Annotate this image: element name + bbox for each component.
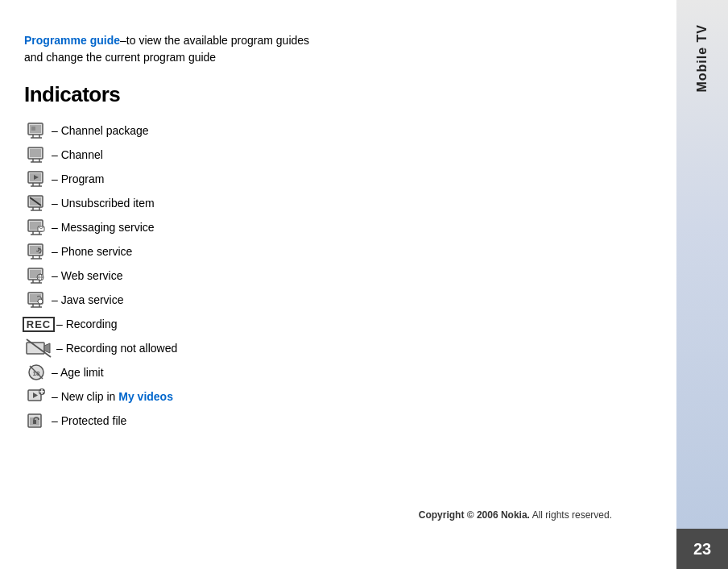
indicator-program: – Program — [24, 168, 652, 189]
right-sidebar: Mobile TV — [676, 0, 728, 569]
rec-icon: REC — [24, 314, 53, 334]
web-text: – Web service — [52, 267, 122, 284]
new-clip-icon — [24, 386, 48, 407]
protected-file-icon — [24, 410, 48, 431]
rec-label: REC — [23, 317, 55, 332]
program-icon — [24, 168, 48, 189]
phone-service-icon — [24, 241, 48, 262]
age-limit-icon: 18 — [24, 362, 48, 383]
messaging-service-icon — [24, 217, 48, 238]
channel-text: – Channel — [52, 146, 103, 164]
programme-guide-link[interactable]: Programme guide — [24, 34, 120, 47]
programme-guide-text: –to view the available program guides — [120, 34, 309, 47]
channel-package-icon — [24, 120, 48, 141]
indicator-protected-file: – Protected file — [24, 410, 652, 431]
indicator-messaging: – Messaging service — [24, 217, 652, 238]
copyright: Copyright © 2006 Nokia. All rights reser… — [419, 509, 612, 521]
phone-text: – Phone service — [52, 243, 132, 260]
indicator-channel: – Channel — [24, 144, 652, 165]
indicator-web: – Web service — [24, 265, 652, 286]
web-service-icon — [24, 265, 48, 286]
rec-not-allowed-icon — [24, 338, 53, 359]
indicator-unsubscribed: – Unsubscribed item — [24, 193, 652, 214]
indicator-phone: – Phone service — [24, 241, 652, 262]
new-clip-text: – New clip in My videos — [52, 388, 173, 405]
protected-file-text: – Protected file — [52, 412, 126, 430]
svg-text:18: 18 — [33, 370, 40, 377]
indicator-new-clip: – New clip in My videos — [24, 386, 652, 407]
age-limit-text: – Age limit — [52, 363, 104, 381]
indicator-java: – Java service — [24, 289, 652, 310]
page-number-box: 23 — [676, 529, 728, 569]
my-videos-link[interactable]: My videos — [118, 390, 173, 403]
indicator-list: – Channel package – Channel — [24, 120, 652, 431]
indicator-age-limit: 18 – Age limit — [24, 362, 652, 383]
svg-rect-5 — [31, 127, 35, 131]
indicator-recording: REC – Recording — [24, 314, 652, 334]
java-service-icon — [24, 289, 48, 310]
program-text: – Program — [52, 170, 104, 188]
svg-rect-7 — [30, 149, 41, 157]
recording-not-allowed-text: – Recording not allowed — [56, 339, 177, 357]
copyright-text: Copyright © 2006 Nokia. — [419, 509, 530, 521]
channel-icon — [24, 144, 48, 165]
channel-package-text: – Channel package — [52, 122, 149, 139]
sidebar-label: Mobile TV — [695, 24, 709, 93]
page-number: 23 — [693, 540, 711, 559]
unsubscribed-text: – Unsubscribed item — [52, 194, 155, 212]
unsubscribed-icon — [24, 193, 48, 214]
main-content: Programme guide–to view the available pr… — [0, 0, 676, 569]
svg-point-49 — [38, 299, 43, 304]
java-text: – Java service — [52, 291, 123, 309]
recording-text: – Recording — [56, 315, 118, 333]
programme-guide-text2: and change the current program guide — [24, 51, 216, 64]
copyright-subtext: All rights reserved. — [530, 509, 612, 521]
indicator-recording-not-allowed: – Recording not allowed — [24, 338, 652, 359]
programme-guide-section: Programme guide–to view the available pr… — [24, 32, 652, 66]
indicator-channel-package: – Channel package — [24, 120, 652, 141]
indicators-heading: Indicators — [24, 82, 652, 107]
svg-rect-50 — [27, 343, 44, 354]
svg-rect-63 — [33, 420, 36, 424]
svg-marker-51 — [44, 343, 50, 353]
messaging-text: – Messaging service — [52, 218, 155, 236]
